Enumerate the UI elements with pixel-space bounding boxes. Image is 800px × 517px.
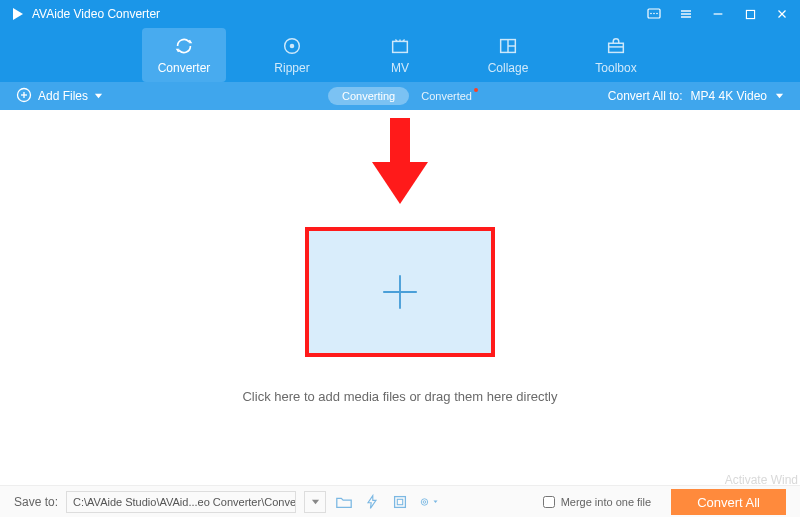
open-folder-icon[interactable] xyxy=(334,492,354,512)
mv-icon xyxy=(389,35,411,57)
app-title: AVAide Video Converter xyxy=(32,7,160,21)
svg-marker-25 xyxy=(95,94,102,99)
status-toggle: Converting Converted xyxy=(328,87,472,105)
converted-tab[interactable]: Converted xyxy=(421,90,472,102)
svg-point-3 xyxy=(653,13,655,15)
collage-icon xyxy=(497,35,519,57)
svg-marker-26 xyxy=(776,94,783,99)
add-media-dropzone[interactable] xyxy=(305,227,495,357)
add-files-label: Add Files xyxy=(38,89,88,103)
feedback-icon[interactable] xyxy=(646,6,662,22)
window-controls xyxy=(646,6,790,22)
tab-collage-label: Collage xyxy=(488,61,529,75)
tab-mv[interactable]: MV xyxy=(358,28,442,82)
lightning-icon[interactable] xyxy=(362,492,382,512)
svg-rect-33 xyxy=(395,496,406,507)
svg-marker-28 xyxy=(372,162,428,204)
convert-all-button[interactable]: Convert All xyxy=(671,489,786,515)
minimize-icon[interactable] xyxy=(710,6,726,22)
app-logo: AVAide Video Converter xyxy=(10,6,160,22)
svg-rect-16 xyxy=(393,41,408,52)
drop-instruction-text: Click here to add media files or drag th… xyxy=(242,389,557,404)
svg-rect-27 xyxy=(390,118,410,164)
toolbar: Add Files Converting Converted Convert A… xyxy=(0,82,800,110)
tab-toolbox[interactable]: Toolbox xyxy=(574,28,658,82)
toolbox-icon xyxy=(605,35,627,57)
convert-all-label: Convert All to: xyxy=(608,89,683,103)
tab-toolbox-label: Toolbox xyxy=(595,61,636,75)
title-bar: AVAide Video Converter xyxy=(0,0,800,28)
gpu-icon[interactable] xyxy=(390,492,410,512)
svg-marker-31 xyxy=(311,500,318,505)
tab-ripper-label: Ripper xyxy=(274,61,309,75)
svg-marker-37 xyxy=(433,500,437,503)
format-dropdown[interactable]: MP4 4K Video xyxy=(691,89,785,103)
svg-point-4 xyxy=(656,13,658,15)
svg-rect-9 xyxy=(746,10,754,18)
svg-rect-20 xyxy=(609,43,624,52)
app-logo-icon xyxy=(10,6,26,22)
chevron-down-icon xyxy=(94,89,103,103)
svg-rect-34 xyxy=(397,499,402,504)
save-to-label: Save to: xyxy=(14,495,58,509)
format-value: MP4 4K Video xyxy=(691,89,768,103)
merge-label: Merge into one file xyxy=(561,496,652,508)
footer-bar: Save to: C:\AVAide Studio\AVAid...eo Con… xyxy=(0,485,800,517)
merge-checkbox[interactable]: Merge into one file xyxy=(543,496,652,508)
svg-marker-32 xyxy=(368,495,376,508)
save-path-field[interactable]: C:\AVAide Studio\AVAid...eo Converter\Co… xyxy=(66,491,296,513)
merge-checkbox-input[interactable] xyxy=(543,496,555,508)
notification-dot-icon xyxy=(474,88,478,92)
ripper-icon xyxy=(281,35,303,57)
converter-icon xyxy=(173,35,195,57)
chevron-down-icon xyxy=(775,89,784,103)
tab-collage[interactable]: Collage xyxy=(466,28,550,82)
svg-point-36 xyxy=(423,500,426,503)
main-drop-area: Click here to add media files or drag th… xyxy=(0,110,800,485)
tab-converter-label: Converter xyxy=(158,61,211,75)
svg-point-15 xyxy=(290,44,295,49)
main-nav: Converter Ripper MV Collage Toolbox xyxy=(0,28,800,82)
menu-icon[interactable] xyxy=(678,6,694,22)
annotation-arrow-icon xyxy=(372,118,428,208)
convert-all-format: Convert All to: MP4 4K Video xyxy=(608,89,784,103)
tab-mv-label: MV xyxy=(391,61,409,75)
close-icon[interactable] xyxy=(774,6,790,22)
plus-circle-icon xyxy=(16,87,32,106)
tab-converter[interactable]: Converter xyxy=(142,28,226,82)
converting-tab[interactable]: Converting xyxy=(328,87,409,105)
svg-point-2 xyxy=(650,13,652,15)
plus-icon xyxy=(379,271,421,313)
add-files-button[interactable]: Add Files xyxy=(16,87,103,106)
svg-marker-0 xyxy=(13,8,23,20)
maximize-icon[interactable] xyxy=(742,6,758,22)
tab-ripper[interactable]: Ripper xyxy=(250,28,334,82)
save-path-dropdown[interactable] xyxy=(304,491,326,513)
svg-point-35 xyxy=(421,498,427,504)
settings-gear-icon[interactable] xyxy=(418,492,438,512)
